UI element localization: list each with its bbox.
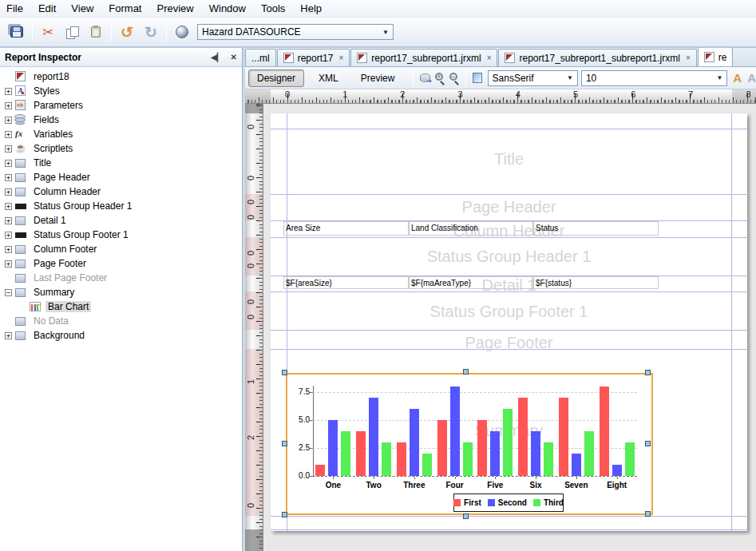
expand-icon[interactable]: + bbox=[5, 217, 12, 224]
band-separator-line[interactable] bbox=[271, 194, 747, 195]
view-button-xml[interactable]: XML bbox=[311, 70, 346, 86]
close-panel-icon[interactable]: ✕ bbox=[231, 53, 237, 61]
band-separator-line[interactable] bbox=[271, 516, 747, 517]
font-name-combobox[interactable]: SansSerif ▼ bbox=[488, 70, 578, 86]
text-field-f-areasize[interactable]: $F{areaSize} bbox=[283, 276, 409, 289]
undo-button[interactable]: ↺ bbox=[115, 21, 139, 43]
band-separator-line[interactable] bbox=[271, 129, 747, 129]
tab-ml[interactable]: ...ml bbox=[245, 49, 276, 66]
expand-icon[interactable]: + bbox=[5, 203, 12, 210]
expand-icon[interactable]: + bbox=[5, 174, 12, 181]
report-query-icon[interactable] bbox=[420, 73, 430, 82]
static-text-status[interactable]: Status bbox=[533, 221, 659, 236]
tree-item-no-data[interactable]: No Data bbox=[0, 314, 242, 328]
bar-first-three bbox=[397, 442, 406, 476]
expand-icon[interactable]: + bbox=[5, 117, 12, 124]
copy-button[interactable] bbox=[60, 21, 84, 43]
tree-item-parameters[interactable]: +⇨Parameters bbox=[0, 98, 242, 113]
expand-icon[interactable]: + bbox=[5, 102, 12, 109]
band-separator-line[interactable] bbox=[271, 330, 747, 331]
save-all-button[interactable] bbox=[5, 21, 29, 43]
tree-item-summary[interactable]: −Summary bbox=[0, 285, 242, 299]
legend-label: Second bbox=[498, 498, 527, 507]
selection-handle[interactable] bbox=[645, 370, 651, 375]
tree-item-variables[interactable]: +fxVariables bbox=[0, 127, 242, 141]
selection-handle[interactable] bbox=[282, 441, 287, 446]
tab-re[interactable]: re bbox=[698, 47, 734, 66]
bar-first-six bbox=[518, 398, 528, 476]
selection-handle[interactable] bbox=[463, 513, 469, 519]
menu-format[interactable]: Format bbox=[109, 2, 141, 14]
menu-edit[interactable]: Edit bbox=[38, 2, 56, 14]
legend-swatch bbox=[488, 499, 495, 506]
expand-icon[interactable]: + bbox=[5, 188, 12, 196]
menu-help[interactable]: Help bbox=[300, 2, 322, 14]
selection-handle[interactable] bbox=[282, 370, 287, 375]
close-tab-icon[interactable]: × bbox=[686, 54, 691, 62]
tree-item-title[interactable]: +Title bbox=[0, 156, 242, 170]
selection-handle[interactable] bbox=[645, 511, 651, 517]
expand-icon[interactable]: + bbox=[5, 145, 12, 153]
close-tab-icon[interactable]: × bbox=[338, 54, 343, 62]
increase-font-icon[interactable]: A bbox=[733, 71, 742, 85]
y-tick-mark bbox=[310, 448, 313, 449]
design-canvas[interactable]: TitlePage HeaderColumn HeaderStatus Grou… bbox=[245, 104, 756, 551]
tree-item-status-group-footer-1[interactable]: +Status Group Footer 1 bbox=[0, 228, 242, 242]
menu-window[interactable]: Window bbox=[209, 2, 246, 14]
bar-chart-element[interactable]: 0.02.55.07.5OneTwoThreeFourFiveSixSevenE… bbox=[286, 373, 653, 515]
ruler-number: 2 bbox=[246, 433, 255, 442]
expand-icon[interactable]: + bbox=[5, 88, 12, 95]
tree-item-last-page-footer[interactable]: Last Page Footer bbox=[0, 271, 242, 285]
tree-item-detail-1[interactable]: +Detail 1 bbox=[0, 213, 242, 228]
zoom-out-button[interactable]: – bbox=[449, 72, 460, 85]
tree-item-page-footer[interactable]: +Page Footer bbox=[0, 256, 242, 271]
static-text-area-size[interactable]: Area Size bbox=[283, 221, 409, 236]
expand-icon[interactable]: + bbox=[5, 260, 12, 268]
format-styles-icon[interactable] bbox=[473, 73, 482, 83]
ruler-number: 1 bbox=[246, 377, 255, 386]
expand-icon[interactable]: + bbox=[5, 232, 12, 239]
tree-item-page-header[interactable]: +Page Header bbox=[0, 170, 242, 184]
menu-tools[interactable]: Tools bbox=[261, 2, 285, 14]
font-size-combobox[interactable]: 10 ▼ bbox=[581, 70, 727, 86]
selection-handle[interactable] bbox=[282, 512, 287, 517]
cut-button[interactable]: ✂ bbox=[36, 21, 60, 43]
tree-item-background[interactable]: +Background bbox=[0, 328, 242, 343]
menu-preview[interactable]: Preview bbox=[156, 2, 193, 14]
zoom-in-button[interactable]: + bbox=[434, 72, 445, 85]
expand-icon[interactable]: + bbox=[5, 131, 12, 138]
decrease-font-icon[interactable]: A bbox=[747, 71, 756, 85]
tree-item-styles[interactable]: +AStyles bbox=[0, 84, 242, 98]
selection-handle[interactable] bbox=[645, 441, 651, 446]
close-tab-icon[interactable]: × bbox=[487, 54, 492, 62]
redo-button[interactable]: ↻ bbox=[139, 21, 163, 43]
expand-icon[interactable]: + bbox=[5, 332, 12, 339]
menu-view[interactable]: View bbox=[71, 2, 93, 14]
tree-item-report18[interactable]: report18 bbox=[0, 69, 242, 84]
tab-report17[interactable]: report17× bbox=[277, 49, 350, 66]
tree-item-fields[interactable]: +Fields bbox=[0, 113, 242, 127]
tree-item-status-group-header-1[interactable]: +Status Group Header 1 bbox=[0, 199, 242, 213]
tab-report17-subreport1-jrxml[interactable]: report17_subreport1.jrxml× bbox=[350, 49, 497, 66]
selection-handle[interactable] bbox=[463, 369, 469, 375]
expand-icon[interactable]: + bbox=[5, 160, 12, 167]
static-text-land-classification[interactable]: Land Classification bbox=[409, 221, 533, 236]
view-button-preview[interactable]: Preview bbox=[353, 70, 403, 86]
tab-report17-subreport1-subreport1-jrxml[interactable]: report17_subreport1_subreport1.jrxml× bbox=[498, 49, 696, 66]
tree-item-scriptlets[interactable]: +☕Scriptlets bbox=[0, 141, 242, 156]
view-button-designer[interactable]: Designer bbox=[248, 69, 304, 87]
expand-icon[interactable]: + bbox=[5, 246, 12, 253]
tree-item-column-footer[interactable]: +Column Footer bbox=[0, 242, 242, 256]
paste-button[interactable] bbox=[84, 21, 108, 43]
tree-item-bar-chart[interactable]: Bar Chart bbox=[0, 299, 242, 314]
report-page[interactable]: TitlePage HeaderColumn HeaderStatus Grou… bbox=[271, 113, 747, 531]
datasource-combobox[interactable]: Hazard DATASOURCE ▼ bbox=[197, 24, 394, 40]
tree-item-column-header[interactable]: +Column Header bbox=[0, 184, 242, 199]
collapse-icon[interactable]: − bbox=[5, 289, 12, 296]
text-field-f-status[interactable]: $F{status} bbox=[533, 276, 659, 289]
text-field-f-maareatype[interactable]: $F{maAreaType} bbox=[409, 276, 533, 289]
minimize-panel-icon[interactable]: ◀▏ bbox=[211, 53, 223, 61]
menu-file[interactable]: File bbox=[6, 2, 23, 14]
report-wizard-button[interactable] bbox=[170, 21, 194, 43]
band-separator-line[interactable] bbox=[271, 529, 747, 530]
